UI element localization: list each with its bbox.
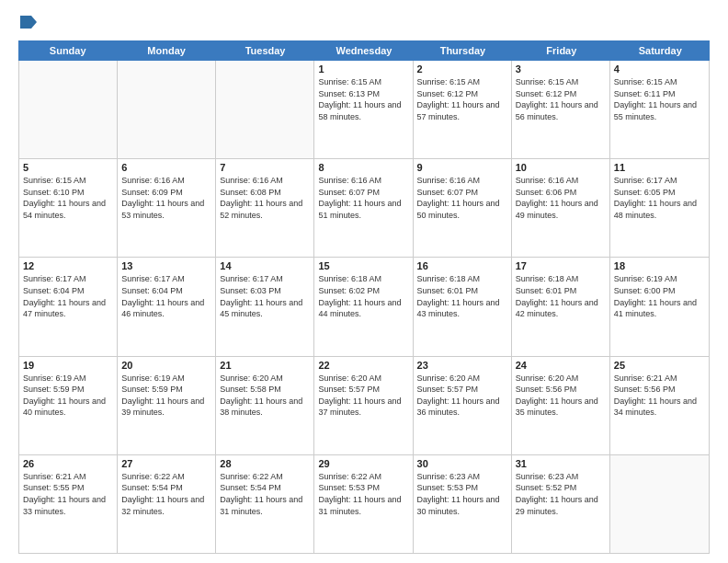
- cell-info: Sunrise: 6:21 AM Sunset: 5:55 PM Dayligh…: [23, 471, 113, 517]
- calendar-cell: 4Sunrise: 6:15 AM Sunset: 6:11 PM Daylig…: [610, 61, 709, 158]
- cell-info: Sunrise: 6:15 AM Sunset: 6:13 PM Dayligh…: [318, 76, 408, 122]
- day-number: 18: [614, 260, 705, 271]
- header-day: Saturday: [611, 40, 710, 61]
- calendar-cell: 6Sunrise: 6:16 AM Sunset: 6:09 PM Daylig…: [118, 159, 216, 257]
- day-number: 15: [318, 260, 408, 271]
- day-number: 4: [614, 63, 705, 75]
- cell-info: Sunrise: 6:19 AM Sunset: 6:00 PM Dayligh…: [614, 273, 705, 319]
- cell-info: Sunrise: 6:21 AM Sunset: 5:56 PM Dayligh…: [614, 373, 705, 419]
- cell-info: Sunrise: 6:16 AM Sunset: 6:06 PM Dayligh…: [516, 175, 606, 221]
- calendar-cell: 16Sunrise: 6:18 AM Sunset: 6:01 PM Dayli…: [414, 258, 512, 355]
- day-number: 6: [121, 162, 211, 173]
- cell-info: Sunrise: 6:16 AM Sunset: 6:09 PM Dayligh…: [121, 175, 211, 221]
- calendar-cell: 14Sunrise: 6:17 AM Sunset: 6:03 PM Dayli…: [216, 258, 314, 355]
- calendar-cell: 31Sunrise: 6:23 AM Sunset: 5:52 PM Dayli…: [512, 455, 610, 553]
- calendar: SundayMondayTuesdayWednesdayThursdayFrid…: [18, 40, 710, 554]
- calendar-cell: 27Sunrise: 6:22 AM Sunset: 5:54 PM Dayli…: [118, 455, 216, 553]
- cell-info: Sunrise: 6:15 AM Sunset: 6:12 PM Dayligh…: [417, 76, 507, 122]
- day-number: 23: [417, 360, 507, 371]
- calendar-cell: 28Sunrise: 6:22 AM Sunset: 5:54 PM Dayli…: [216, 455, 314, 553]
- svg-marker-0: [20, 16, 37, 29]
- logo-bird-icon: [20, 16, 37, 29]
- calendar-cell: 23Sunrise: 6:20 AM Sunset: 5:57 PM Dayli…: [414, 357, 512, 454]
- cell-info: Sunrise: 6:18 AM Sunset: 6:01 PM Dayligh…: [516, 273, 606, 319]
- calendar-cell: 20Sunrise: 6:19 AM Sunset: 5:59 PM Dayli…: [118, 357, 216, 454]
- day-number: 28: [220, 458, 310, 469]
- cell-info: Sunrise: 6:18 AM Sunset: 6:02 PM Dayligh…: [318, 273, 408, 319]
- header: [18, 15, 710, 31]
- calendar-cell: 8Sunrise: 6:16 AM Sunset: 6:07 PM Daylig…: [314, 159, 413, 257]
- cell-info: Sunrise: 6:17 AM Sunset: 6:04 PM Dayligh…: [121, 273, 211, 319]
- day-number: 21: [220, 360, 310, 371]
- cell-info: Sunrise: 6:17 AM Sunset: 6:03 PM Dayligh…: [220, 273, 310, 319]
- calendar-row: 12Sunrise: 6:17 AM Sunset: 6:04 PM Dayli…: [19, 258, 709, 356]
- day-number: 25: [614, 360, 705, 371]
- day-number: 3: [516, 63, 606, 75]
- day-number: 14: [220, 260, 310, 271]
- calendar-row: 5Sunrise: 6:15 AM Sunset: 6:10 PM Daylig…: [19, 159, 709, 258]
- day-number: 30: [417, 458, 507, 469]
- calendar-cell: 25Sunrise: 6:21 AM Sunset: 5:56 PM Dayli…: [610, 357, 709, 454]
- cell-info: Sunrise: 6:22 AM Sunset: 5:54 PM Dayligh…: [220, 471, 310, 517]
- day-number: 26: [23, 458, 113, 469]
- calendar-body: 1Sunrise: 6:15 AM Sunset: 6:13 PM Daylig…: [18, 61, 710, 554]
- cell-info: Sunrise: 6:22 AM Sunset: 5:54 PM Dayligh…: [121, 471, 211, 517]
- header-day: Sunday: [18, 40, 117, 61]
- cell-info: Sunrise: 6:15 AM Sunset: 6:12 PM Dayligh…: [516, 76, 606, 122]
- day-number: 9: [417, 162, 507, 173]
- calendar-row: 26Sunrise: 6:21 AM Sunset: 5:55 PM Dayli…: [19, 455, 709, 553]
- page: SundayMondayTuesdayWednesdayThursdayFrid…: [0, 0, 728, 563]
- cell-info: Sunrise: 6:23 AM Sunset: 5:53 PM Dayligh…: [417, 471, 507, 517]
- day-number: 22: [318, 360, 408, 371]
- calendar-cell: 7Sunrise: 6:16 AM Sunset: 6:08 PM Daylig…: [216, 159, 314, 257]
- calendar-cell: 13Sunrise: 6:17 AM Sunset: 6:04 PM Dayli…: [118, 258, 216, 355]
- day-number: 7: [220, 162, 310, 173]
- calendar-cell: 9Sunrise: 6:16 AM Sunset: 6:07 PM Daylig…: [414, 159, 512, 257]
- cell-info: Sunrise: 6:15 AM Sunset: 6:11 PM Dayligh…: [614, 76, 705, 122]
- cell-info: Sunrise: 6:20 AM Sunset: 5:57 PM Dayligh…: [417, 373, 507, 419]
- calendar-cell: 11Sunrise: 6:17 AM Sunset: 6:05 PM Dayli…: [610, 159, 709, 257]
- day-number: 10: [516, 162, 606, 173]
- header-day: Monday: [117, 40, 215, 61]
- calendar-cell: 29Sunrise: 6:22 AM Sunset: 5:53 PM Dayli…: [314, 455, 413, 553]
- calendar-cell: [610, 455, 709, 553]
- header-day: Wednesday: [314, 40, 413, 61]
- cell-info: Sunrise: 6:20 AM Sunset: 5:58 PM Dayligh…: [220, 373, 310, 419]
- day-number: 8: [318, 162, 408, 173]
- calendar-cell: 18Sunrise: 6:19 AM Sunset: 6:00 PM Dayli…: [610, 258, 709, 355]
- calendar-cell: 30Sunrise: 6:23 AM Sunset: 5:53 PM Dayli…: [414, 455, 512, 553]
- cell-info: Sunrise: 6:20 AM Sunset: 5:56 PM Dayligh…: [516, 373, 606, 419]
- cell-info: Sunrise: 6:16 AM Sunset: 6:07 PM Dayligh…: [417, 175, 507, 221]
- day-number: 17: [516, 260, 606, 271]
- cell-info: Sunrise: 6:15 AM Sunset: 6:10 PM Dayligh…: [23, 175, 113, 221]
- logo: [18, 15, 37, 31]
- calendar-cell: [216, 61, 314, 158]
- header-day: Thursday: [414, 40, 512, 61]
- day-number: 12: [23, 260, 113, 271]
- cell-info: Sunrise: 6:16 AM Sunset: 6:08 PM Dayligh…: [220, 175, 310, 221]
- day-number: 1: [318, 63, 408, 75]
- day-number: 19: [23, 360, 113, 371]
- calendar-cell: 2Sunrise: 6:15 AM Sunset: 6:12 PM Daylig…: [414, 61, 512, 158]
- day-number: 2: [417, 63, 507, 75]
- calendar-cell: 10Sunrise: 6:16 AM Sunset: 6:06 PM Dayli…: [512, 159, 610, 257]
- calendar-cell: 3Sunrise: 6:15 AM Sunset: 6:12 PM Daylig…: [512, 61, 610, 158]
- cell-info: Sunrise: 6:16 AM Sunset: 6:07 PM Dayligh…: [318, 175, 408, 221]
- day-number: 24: [516, 360, 606, 371]
- day-number: 11: [614, 162, 705, 173]
- calendar-row: 19Sunrise: 6:19 AM Sunset: 5:59 PM Dayli…: [19, 357, 709, 455]
- day-number: 31: [516, 458, 606, 469]
- calendar-cell: 22Sunrise: 6:20 AM Sunset: 5:57 PM Dayli…: [314, 357, 413, 454]
- cell-info: Sunrise: 6:20 AM Sunset: 5:57 PM Dayligh…: [318, 373, 408, 419]
- calendar-header: SundayMondayTuesdayWednesdayThursdayFrid…: [18, 40, 710, 61]
- cell-info: Sunrise: 6:23 AM Sunset: 5:52 PM Dayligh…: [516, 471, 606, 517]
- day-number: 20: [121, 360, 211, 371]
- day-number: 5: [23, 162, 113, 173]
- calendar-cell: 24Sunrise: 6:20 AM Sunset: 5:56 PM Dayli…: [512, 357, 610, 454]
- calendar-cell: 19Sunrise: 6:19 AM Sunset: 5:59 PM Dayli…: [19, 357, 118, 454]
- cell-info: Sunrise: 6:18 AM Sunset: 6:01 PM Dayligh…: [417, 273, 507, 319]
- cell-info: Sunrise: 6:19 AM Sunset: 5:59 PM Dayligh…: [121, 373, 211, 419]
- calendar-cell: 5Sunrise: 6:15 AM Sunset: 6:10 PM Daylig…: [19, 159, 118, 257]
- calendar-cell: 1Sunrise: 6:15 AM Sunset: 6:13 PM Daylig…: [314, 61, 413, 158]
- cell-info: Sunrise: 6:17 AM Sunset: 6:05 PM Dayligh…: [614, 175, 705, 221]
